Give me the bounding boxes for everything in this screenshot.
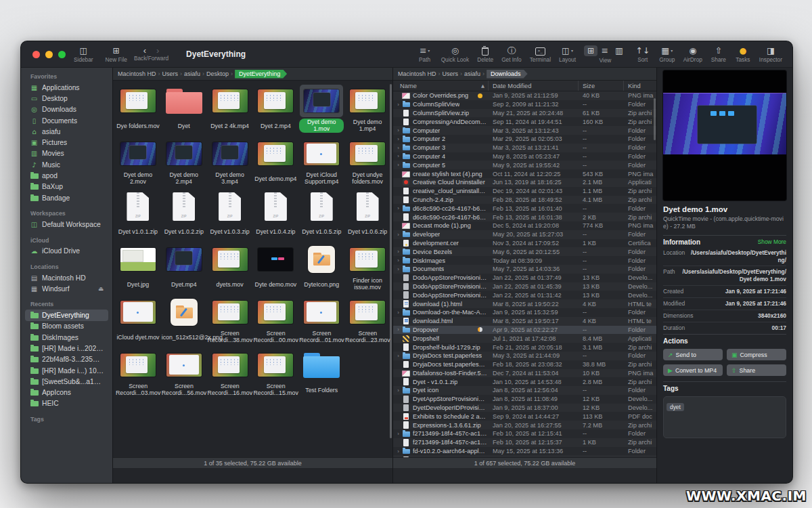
- column-header-name[interactable]: Name ▲: [393, 81, 488, 91]
- sidebar-item-appicons[interactable]: AppIcons: [25, 387, 108, 398]
- file-row-dropshelf[interactable]: DropshelfJul 1, 2021 at 17:42:088.4 MBAp…: [393, 334, 656, 343]
- delete-button[interactable]: Delete: [477, 46, 493, 63]
- file-row-computer-5[interactable]: ›Computer 5May 9, 2025 at 19:55:42--Fold…: [393, 161, 656, 169]
- path-segment-users[interactable]: Users: [443, 70, 459, 77]
- file-row-download-html[interactable]: download.htmlMar 8, 2025 at 19:50:174 KB…: [393, 317, 656, 326]
- grid-item-dyet-demo-1-mp4[interactable]: Dyet demo 1.mp4: [344, 83, 390, 135]
- grid-item-screen-recordi-23-mov[interactable]: Screen Recordi...23.mov: [344, 294, 390, 347]
- grid-item-screen-recordi-56-mov[interactable]: Screen Recordi...56.mov: [161, 347, 207, 400]
- grid-item-finder-icon-issue-mov[interactable]: Finder icon issue.mov: [344, 241, 390, 294]
- columns-view-button[interactable]: ▥: [612, 45, 627, 56]
- new-file-button[interactable]: ⊞New File: [106, 46, 127, 63]
- disclosure-icon[interactable]: ›: [395, 162, 401, 168]
- file-row-exhibits-to-schedule-2-and-3-29-august-2[interactable]: Exhibits to Schedule 2 and 3 - 29 August…: [393, 412, 656, 421]
- show-more-link[interactable]: Show More: [758, 238, 786, 245]
- grid-item-dyet-v1-0-2-zip[interactable]: Dyet v1.0.2.zip: [161, 188, 207, 241]
- icon-pane-scrollbar[interactable]: [390, 84, 392, 438]
- grid-item-screen-recordi-16-mov[interactable]: Screen Recordi...16.mov: [207, 347, 253, 400]
- file-row-download-1-html[interactable]: download (1).htmlMar 8, 2025 at 19:50:22…: [393, 299, 656, 308]
- grid-item-dyet-2-mp4[interactable]: Dyet 2.mp4: [253, 83, 299, 135]
- grid-item-screen-recordi-03-mov[interactable]: Screen Recordi...03.mov: [115, 347, 161, 400]
- tasks-button[interactable]: ●Tasks: [735, 46, 751, 63]
- path-segment-dyeteverything[interactable]: DyetEverything: [235, 70, 287, 79]
- forward-button[interactable]: ›: [156, 47, 159, 55]
- share-button[interactable]: ⇧Share: [727, 364, 786, 376]
- grid-item-screen-recordi-15-mov[interactable]: Screen Recordi...15.mov: [253, 347, 299, 400]
- sidebar-item-macintosh-hd[interactable]: ▤Macintosh HD: [25, 272, 108, 283]
- file-row-decast-mode-1-png[interactable]: Decast mode (1).pngDec 5, 2024 at 19:20:…: [393, 221, 656, 230]
- file-row-dodoappstoreprovisioningprofile-mobilepr[interactable]: DodoAppStoreProvisioningProfile.mobilepr…: [393, 291, 656, 299]
- path-segment-downloads[interactable]: Downloads: [487, 70, 528, 79]
- disclosure-icon[interactable]: ›: [395, 205, 401, 211]
- file-row-computer-4[interactable]: ›Computer 4May 8, 2025 at 05:23:47--Fold…: [393, 152, 656, 161]
- grid-item-dyets-mov[interactable]: dyets.mov: [207, 241, 253, 294]
- file-row-creative-cloud-uninstaller[interactable]: Creative Cloud UninstallerJun 13, 2019 a…: [393, 178, 656, 187]
- sidebar-item-documents[interactable]: ▯Documents: [25, 115, 108, 126]
- file-row-development-cer[interactable]: development.cerNov 3, 2024 at 17:09:521 …: [393, 239, 656, 248]
- disclosure-icon[interactable]: ›: [395, 387, 401, 394]
- disclosure-icon[interactable]: ›: [395, 257, 401, 263]
- compress-button[interactable]: ▣Compress: [727, 349, 786, 360]
- grid-item-dyte-demo-mov[interactable]: Dyte demo.mov: [253, 241, 299, 294]
- file-row-dtafalonso-ios8-finder-512-png[interactable]: Dtafalonso-Ios8-Finder.512.pngDec 7, 202…: [393, 369, 656, 378]
- path-segment-macintosh-hd[interactable]: Macintosh HD: [398, 70, 436, 77]
- file-row-download-on-the-mac-app-store[interactable]: ›Download-on-the-Mac-App-StoreJan 9, 202…: [393, 308, 656, 317]
- grid-item-test-folders[interactable]: Test Folders: [298, 347, 344, 400]
- file-row-dyetappstoreprovisioningprofile-provisio[interactable]: DyetAppStoreProvisioningProfile.provisio…: [393, 395, 656, 404]
- column-header-kind[interactable]: Kind: [623, 81, 656, 91]
- group-button[interactable]: ▦▾Group: [659, 46, 675, 63]
- sidebar-item-default-workspace[interactable]: ◫Default Workspace: [25, 219, 108, 230]
- sidebar-item-asiafu[interactable]: ⌂asiafu: [25, 126, 108, 137]
- sidebar-item-hr-made-i-1080p-copy[interactable]: [HR] Made i...) 1080p copy: [25, 365, 108, 376]
- file-row-computer-3[interactable]: ›Computer 3Mar 3, 2025 at 13:21:41--Fold…: [393, 144, 656, 152]
- column-header-size[interactable]: Size: [578, 81, 623, 91]
- file-row-device-bezels[interactable]: ›Device BezelsMay 6, 2025 at 20:12:55--F…: [393, 247, 656, 256]
- disclosure-icon[interactable]: ›: [395, 448, 401, 454]
- sidebar-toggle-button[interactable]: ◫Sidebar: [74, 46, 93, 63]
- sidebar-item-dyeteverything[interactable]: DyetEverything: [25, 310, 108, 320]
- file-row-documents[interactable]: ›DocumentsMay 7, 2025 at 14:03:36--Folde…: [393, 265, 656, 274]
- sidebar-item-icloud-drive[interactable]: ☁iCloud Drive: [25, 246, 108, 257]
- sidebar-item-diskimages[interactable]: DiskImages: [25, 332, 108, 343]
- sidebar-item-22bf4af8-3-235160b233[interactable]: 22bf4af8-3...235160b233: [25, 354, 108, 365]
- file-row-d6c8c590-cc26-4167-b64a-812eafda40ea-zip[interactable]: d6c8c590-cc26-4167-b64a-812eafda40ea.zip…: [393, 213, 656, 221]
- file-row-color-overrides-png[interactable]: Color Overrides.pngJan 9, 2025 at 21:12:…: [393, 91, 656, 100]
- file-row-dropover[interactable]: ›DropoverApr 9, 2025 at 02:22:27--Folder: [393, 326, 656, 335]
- file-row-dropshelf-build-1729-zip[interactable]: Dropshelf-build-1729.zipFeb 21, 2025 at …: [393, 343, 656, 352]
- sidebar-item-bandage[interactable]: Bandage: [25, 192, 108, 203]
- grid-item-dyet-v1-0-4-zip[interactable]: Dyet v1.0.4.zip: [253, 188, 299, 241]
- path-segment-asiafu[interactable]: asiafu: [184, 70, 200, 77]
- grid-item-dyet-demo-2-mp4[interactable]: Dyet demo 2.mp4: [161, 135, 207, 188]
- grid-view-button[interactable]: ⊞: [584, 45, 597, 56]
- grid-item-dyet-demo-2-mov[interactable]: Dyet demo 2.mov: [115, 135, 161, 188]
- sidebar-item-desktop[interactable]: ▭Desktop: [25, 93, 108, 104]
- file-row-computer-2[interactable]: ›Computer 2Mar 29, 2025 at 02:05:03--Fol…: [393, 135, 656, 144]
- minimize-button[interactable]: [45, 51, 53, 58]
- airdrop-button[interactable]: ◉AirDrop: [683, 46, 702, 63]
- sidebar-item-hr-made-i-2022-1080p[interactable]: [HR] Made i...2022) 1080p: [25, 343, 108, 354]
- file-row-diskimages[interactable]: ›DiskImagesToday at 08:39:09--Folder: [393, 256, 656, 265]
- file-row-create-stylish-text-4-png[interactable]: create stylish text (4).pngOct 11, 2024 …: [393, 169, 656, 178]
- terminal-button[interactable]: >_Terminal: [530, 46, 551, 63]
- disclosure-icon[interactable]: ›: [395, 310, 401, 316]
- back-button[interactable]: ‹: [143, 47, 146, 55]
- sidebar-item-windsurf[interactable]: ▦Windsurf⏏: [25, 283, 108, 294]
- path-segment-macintosh-hd[interactable]: Macintosh HD: [118, 70, 156, 77]
- disclosure-icon[interactable]: ›: [395, 102, 401, 108]
- quick-look-button[interactable]: ◎Quick Look: [441, 46, 470, 63]
- sidebar-item-music[interactable]: ♪Music: [25, 159, 108, 170]
- file-row-dodoappstoreprovisioningprofile-2-mobile[interactable]: DodoAppStoreProvisioningProfile (2).mobi…: [393, 282, 656, 291]
- disclosure-icon[interactable]: ›: [395, 127, 401, 133]
- sidebar-item-bloom-assets[interactable]: Bloom assets: [25, 321, 108, 332]
- grid-item-dyet-jpg[interactable]: Dyet.jpg: [115, 241, 161, 294]
- disclosure-icon[interactable]: ›: [395, 266, 401, 272]
- get-info-button[interactable]: ⓘGet Info: [501, 46, 522, 63]
- share-button[interactable]: ⇧Share: [710, 46, 727, 63]
- file-row-compressinganddecompre-ithstreamcompress[interactable]: CompressingAndDecompre...ithStreamCompre…: [393, 117, 656, 126]
- grid-item-dyet-demo-mp4[interactable]: Dyet demo.mp4: [253, 135, 299, 188]
- grid-item-icloud-dyet-mov[interactable]: iCloud dyet.mov: [115, 294, 161, 347]
- grid-item-dyteicon-png[interactable]: DyteIcon.png: [298, 241, 344, 294]
- sidebar-item-movies[interactable]: ▥Movies: [25, 148, 108, 159]
- sidebar-item-baxup[interactable]: BaXup: [25, 182, 108, 192]
- file-row-crunch-2-4-zip[interactable]: Crunch-2.4.zipFeb 28, 2025 at 18:49:524.…: [393, 196, 656, 205]
